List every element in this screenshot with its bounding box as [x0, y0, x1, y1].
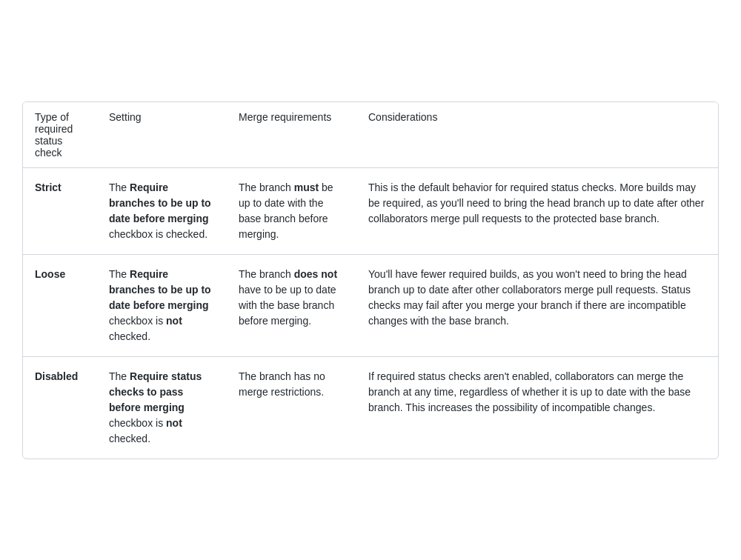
- header-merge: Merge requirements: [227, 102, 356, 168]
- merge-text-strict: The branch must be up to date with the b…: [239, 181, 333, 240]
- merge-text-loose: The branch does not have to be up to dat…: [239, 268, 337, 327]
- header-setting: Setting: [97, 102, 227, 168]
- setting-cell-strict: The Require branches to be up to date be…: [97, 167, 227, 254]
- type-label-disabled: Disabled: [35, 370, 78, 382]
- merge-cell-disabled: The branch has no merge restrictions.: [227, 356, 356, 459]
- type-cell-disabled: Disabled: [23, 356, 97, 459]
- merge-text-disabled: The branch has no merge restrictions.: [239, 370, 325, 398]
- page-container: Type of required status check Setting Me…: [0, 0, 741, 560]
- setting-text-disabled: The Require status checks to pass before…: [109, 370, 202, 444]
- setting-text-loose: The Require branches to be up to date be…: [109, 268, 211, 342]
- considerations-text-loose: You'll have fewer required builds, as yo…: [368, 268, 691, 327]
- type-cell-loose: Loose: [23, 254, 97, 356]
- table-row: Disabled The Require status checks to pa…: [23, 356, 718, 459]
- setting-cell-disabled: The Require status checks to pass before…: [97, 356, 227, 459]
- setting-text-strict: The Require branches to be up to date be…: [109, 181, 211, 240]
- header-row: Type of required status check Setting Me…: [23, 102, 718, 168]
- setting-cell-loose: The Require branches to be up to date be…: [97, 254, 227, 356]
- table-row: Strict The Require branches to be up to …: [23, 167, 718, 254]
- considerations-text-strict: This is the default behavior for require…: [368, 181, 704, 224]
- considerations-cell-disabled: If required status checks aren't enabled…: [356, 356, 718, 459]
- considerations-cell-strict: This is the default behavior for require…: [356, 167, 718, 254]
- type-cell-strict: Strict: [23, 167, 97, 254]
- considerations-cell-loose: You'll have fewer required builds, as yo…: [356, 254, 718, 356]
- table-wrapper: Type of required status check Setting Me…: [22, 101, 719, 459]
- type-label-loose: Loose: [35, 268, 65, 280]
- main-table: Type of required status check Setting Me…: [23, 102, 718, 459]
- type-label-strict: Strict: [35, 181, 62, 193]
- header-considerations: Considerations: [356, 102, 718, 168]
- table-row: Loose The Require branches to be up to d…: [23, 254, 718, 356]
- header-type: Type of required status check: [23, 102, 97, 168]
- considerations-text-disabled: If required status checks aren't enabled…: [368, 370, 691, 413]
- merge-cell-strict: The branch must be up to date with the b…: [227, 167, 356, 254]
- merge-cell-loose: The branch does not have to be up to dat…: [227, 254, 356, 356]
